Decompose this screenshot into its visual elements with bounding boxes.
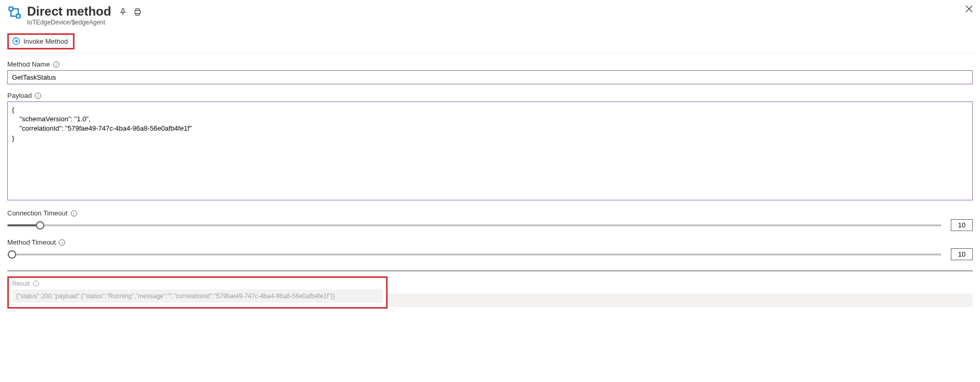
- invoke-method-button[interactable]: Invoke Method: [11, 36, 71, 46]
- invoke-highlight: Invoke Method: [7, 33, 75, 49]
- method-timeout-field: Method Timeout i: [7, 238, 973, 260]
- connection-timeout-value[interactable]: [951, 219, 973, 231]
- page-title: Direct method: [27, 4, 111, 19]
- payload-label: Payload: [7, 92, 32, 99]
- close-icon[interactable]: [965, 5, 973, 12]
- result-label: Result: [12, 280, 30, 287]
- connection-timeout-slider[interactable]: [7, 224, 941, 226]
- method-timeout-slider[interactable]: [7, 253, 941, 256]
- connection-timeout-label: Connection Timeout: [7, 209, 68, 217]
- payload-field: Payload i: [7, 92, 973, 202]
- result-output: {"status":200,"payload":{"status":"Runni…: [12, 289, 383, 303]
- payload-input[interactable]: [7, 101, 973, 200]
- method-timeout-value[interactable]: [951, 248, 973, 260]
- result-section: Result i {"status":200,"payload":{"statu…: [7, 276, 973, 309]
- method-name-field: Method Name i: [7, 60, 973, 84]
- invoke-arrow-icon: [12, 37, 20, 45]
- method-name-input[interactable]: [7, 70, 973, 84]
- result-highlight: Result i {"status":200,"payload":{"statu…: [7, 276, 388, 309]
- method-name-label: Method Name: [7, 60, 50, 68]
- command-bar: Invoke Method: [7, 33, 973, 53]
- direct-method-icon: [7, 5, 22, 20]
- blade-header: Direct method IoTEdgeDevice/$edgeAgent: [7, 4, 973, 26]
- connection-timeout-field: Connection Timeout i: [7, 209, 973, 231]
- divider: [7, 271, 973, 271]
- info-icon[interactable]: i: [33, 281, 39, 287]
- invoke-method-label: Invoke Method: [23, 37, 68, 45]
- info-icon[interactable]: i: [71, 210, 77, 217]
- method-timeout-label: Method Timeout: [7, 238, 56, 246]
- info-icon[interactable]: i: [59, 239, 65, 246]
- info-icon[interactable]: i: [35, 93, 41, 99]
- print-icon[interactable]: [134, 8, 141, 16]
- svg-rect-1: [17, 15, 20, 18]
- svg-rect-0: [9, 7, 13, 11]
- pin-icon[interactable]: [119, 8, 127, 16]
- breadcrumb: IoTEdgeDevice/$edgeAgent: [27, 19, 111, 26]
- info-icon[interactable]: i: [53, 61, 59, 68]
